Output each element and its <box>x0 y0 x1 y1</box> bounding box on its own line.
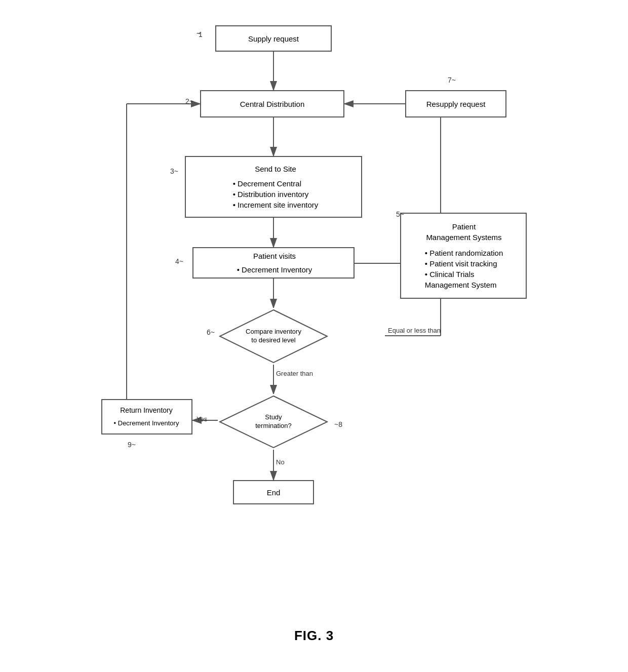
send-to-site-box: Send to Site Decrement Central Distribut… <box>185 156 362 218</box>
pm-bullet-2: Patient visit tracking <box>425 258 503 269</box>
figure-label: FIG. 3 <box>294 628 334 644</box>
step-5-label: 5~ <box>396 210 404 218</box>
pm-bullet-1: Patient randomization <box>425 248 503 258</box>
step-3-label: 3~ <box>170 167 178 175</box>
send-to-site-title: Send to Site <box>196 164 355 174</box>
patient-visits-title: Patient visits <box>202 251 347 261</box>
flowchart-diagram: Supply request 1 ~ Central Distribution … <box>86 15 542 613</box>
equal-or-less-label: Equal or less than <box>388 327 441 334</box>
greater-than-label: Greater than <box>276 370 313 377</box>
return-bullet-1: Decrement Inventory <box>114 419 179 428</box>
supply-request-label: Supply request <box>248 33 299 44</box>
central-distribution-label: Central Distribution <box>240 99 305 109</box>
step-7-label: 7~ <box>448 76 456 84</box>
bullet-3: Increment site inventory <box>233 200 319 210</box>
resupply-request-label: Resupply request <box>426 99 486 109</box>
step-6-label: 6~ <box>207 328 215 336</box>
patient-visits-bullet-1: Decrement Inventory <box>237 264 312 275</box>
study-termination-diamond: Studytermination? <box>218 394 329 450</box>
study-termination-label: Studytermination? <box>255 413 292 430</box>
pm-bullet-3: Clinical TrialsManagement System <box>425 269 503 290</box>
end-label: End <box>267 487 281 498</box>
end-box: End <box>233 480 314 504</box>
patient-management-bullets: Patient randomization Patient visit trac… <box>425 246 503 290</box>
bullet-1: Decrement Central <box>233 178 319 189</box>
send-to-site-bullets: Decrement Central Distribution inventory… <box>233 176 319 210</box>
step-1-tilde: ~ <box>197 29 201 37</box>
step-2-label: 2~ <box>185 97 193 105</box>
patient-management-title: Patient Management Systems <box>408 221 520 243</box>
patient-management-box: Patient Management Systems Patient rando… <box>400 213 527 299</box>
supply-request-box: Supply request <box>215 25 332 52</box>
patient-visits-box: Patient visits Decrement Inventory <box>192 247 355 279</box>
no-label: No <box>276 458 285 466</box>
return-inventory-bullets: Decrement Inventory <box>114 417 179 428</box>
resupply-request-box: Resupply request <box>405 90 506 117</box>
yes-label: Yes <box>197 415 207 423</box>
step-4-label: 4~ <box>175 257 183 265</box>
patient-visits-bullets: Decrement Inventory <box>237 262 312 275</box>
return-inventory-box: Return Inventory Decrement Inventory <box>101 399 192 434</box>
step-8-label: ~8 <box>334 420 342 428</box>
bullet-2: Distribution inventory <box>233 189 319 200</box>
compare-inventory-diamond: Compare inventoryto desired level <box>218 308 329 365</box>
compare-inventory-label: Compare inventoryto desired level <box>246 328 301 345</box>
central-distribution-box: Central Distribution <box>200 90 344 117</box>
step-9-label: 9~ <box>128 441 136 449</box>
return-inventory-title: Return Inventory <box>107 406 185 416</box>
